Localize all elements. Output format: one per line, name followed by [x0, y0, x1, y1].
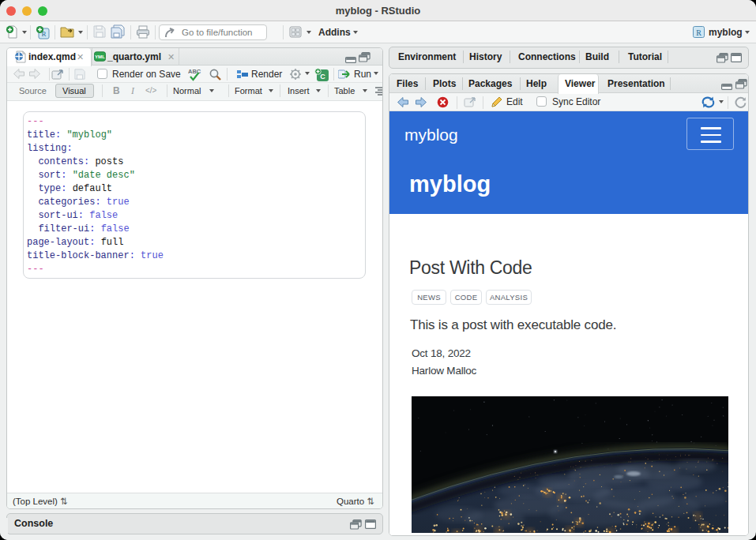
svg-text:ABC: ABC [188, 68, 201, 75]
svg-text:R: R [696, 28, 701, 37]
svg-text:C: C [320, 73, 325, 81]
svg-text:YML: YML [95, 54, 105, 59]
